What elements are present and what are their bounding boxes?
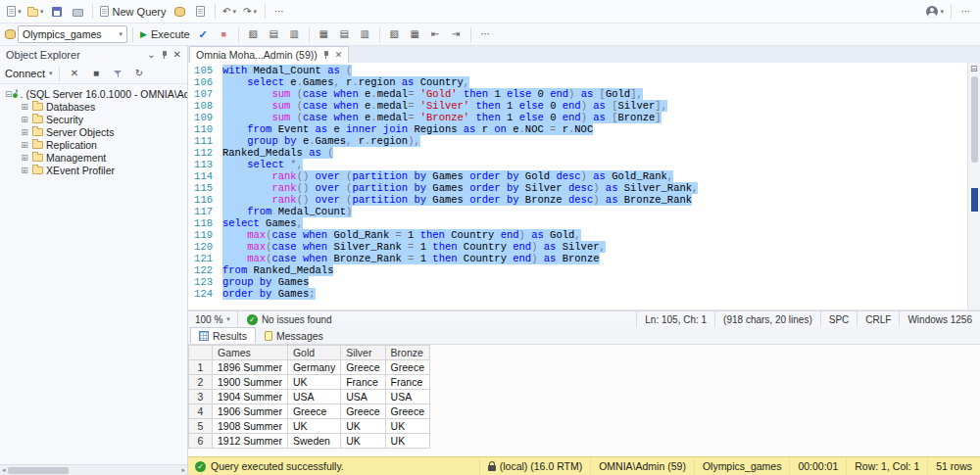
tree-item-server[interactable]: ⊟ . (SQL Server 16.0.1000 - OMNIA\Admin) bbox=[0, 87, 187, 100]
zoom-dropdown[interactable]: 100 % ▾ bbox=[188, 311, 238, 327]
expand-icon[interactable]: ⊞ bbox=[20, 102, 29, 112]
code-line[interactable]: rank() over (partition by Games order by… bbox=[222, 194, 967, 206]
pin-icon[interactable] bbox=[322, 50, 330, 60]
column-header[interactable]: Games bbox=[213, 346, 288, 360]
grid-corner-cell[interactable] bbox=[189, 346, 213, 360]
actual-plan-button[interactable]: ▥ bbox=[285, 25, 304, 44]
tree-item-security[interactable]: ⊞Security bbox=[0, 113, 187, 125]
expand-icon[interactable]: ⊞ bbox=[20, 127, 29, 137]
open-database-query-button[interactable] bbox=[171, 2, 189, 21]
result-cell[interactable]: 1908 Summer bbox=[213, 419, 288, 434]
pin-icon[interactable] bbox=[161, 50, 169, 60]
print-button[interactable] bbox=[69, 2, 87, 21]
row-number[interactable]: 4 bbox=[189, 404, 213, 419]
code-line[interactable]: Ranked_Medals as ( bbox=[222, 147, 967, 159]
editor-status-segment[interactable]: Windows 1256 bbox=[899, 311, 980, 327]
result-cell[interactable]: 1896 Summer bbox=[213, 360, 288, 375]
tree-item-replication[interactable]: ⊞Replication bbox=[0, 138, 187, 151]
code-line[interactable]: group by Games bbox=[222, 276, 967, 288]
editor-status-segment[interactable]: Ln: 105, Ch: 1 bbox=[636, 311, 714, 327]
row-number[interactable]: 6 bbox=[189, 434, 213, 449]
sql-editor[interactable]: 1051061071081091101111121131141151161171… bbox=[188, 63, 980, 310]
result-cell[interactable]: Greece bbox=[341, 404, 385, 419]
object-explorer-hscrollbar[interactable]: ◂ ▸ bbox=[0, 464, 187, 475]
result-cell[interactable]: USA bbox=[287, 390, 340, 404]
refresh-button[interactable]: ↻ bbox=[130, 65, 149, 83]
result-cell[interactable]: Greece bbox=[385, 360, 429, 375]
code-line[interactable]: from Ranked_Medals bbox=[222, 264, 967, 276]
code-line[interactable]: sum (case when e.medal= 'Silver' then 1 … bbox=[222, 100, 967, 112]
uncomment-button[interactable]: ▦ bbox=[406, 25, 424, 44]
result-cell[interactable]: UK bbox=[287, 375, 340, 390]
disconnect-button[interactable]: ✕ bbox=[66, 65, 84, 83]
panel-chevron-down-icon[interactable]: ⌄ bbox=[147, 50, 155, 60]
code-line[interactable]: sum (case when e.medal= 'Gold' then 1 el… bbox=[222, 88, 967, 100]
result-cell[interactable]: 1912 Summer bbox=[213, 434, 288, 449]
result-cell[interactable]: France bbox=[385, 375, 429, 390]
code-line[interactable]: sum (case when e.medal= 'Bronze' then 1 … bbox=[222, 112, 967, 123]
results-to-text-button[interactable]: ▤ bbox=[335, 25, 354, 44]
code-line[interactable]: with Medal_Count as ( bbox=[222, 65, 967, 76]
result-cell[interactable]: USA bbox=[341, 390, 385, 404]
estimated-plan-button[interactable]: ▧ bbox=[244, 25, 263, 44]
editor-status-segment[interactable]: (918 chars, 20 lines) bbox=[714, 311, 820, 327]
expand-icon[interactable]: ⊞ bbox=[20, 166, 29, 175]
account-button[interactable]: ▾ bbox=[924, 2, 946, 21]
save-button[interactable] bbox=[48, 2, 67, 21]
hscroll-thumb[interactable] bbox=[8, 467, 69, 474]
code-line[interactable]: select Games, bbox=[222, 217, 967, 229]
toolbar-overflow-button[interactable]: ⋯ bbox=[270, 2, 289, 21]
row-number[interactable]: 2 bbox=[189, 375, 213, 390]
tab-results[interactable]: Results bbox=[190, 327, 256, 344]
live-query-stats-button[interactable]: ▤ bbox=[265, 25, 283, 44]
code-line[interactable]: rank() over (partition by Games order by… bbox=[222, 182, 967, 194]
result-cell[interactable]: 1904 Summer bbox=[213, 390, 288, 404]
column-header[interactable]: Silver bbox=[341, 346, 385, 360]
column-header[interactable]: Gold bbox=[287, 346, 340, 360]
result-cell[interactable]: Germany bbox=[287, 360, 340, 375]
result-cell[interactable]: UK bbox=[287, 419, 340, 434]
increase-indent-button[interactable]: ⇥ bbox=[447, 25, 466, 44]
results-to-file-button[interactable]: ▥ bbox=[356, 25, 374, 44]
result-cell[interactable]: Greece bbox=[341, 360, 385, 375]
result-cell[interactable]: UK bbox=[385, 434, 429, 449]
open-file-button[interactable]: ▾ bbox=[25, 2, 46, 21]
editor-status-segment[interactable]: SPC bbox=[820, 311, 858, 327]
editor-status-segment[interactable]: CRLF bbox=[857, 311, 899, 327]
result-cell[interactable]: Greece bbox=[385, 404, 429, 419]
filter-button[interactable] bbox=[109, 65, 127, 83]
results-to-grid-button[interactable]: ▦ bbox=[315, 25, 333, 44]
editor-toolbar-overflow-button[interactable]: ⋯ bbox=[476, 25, 495, 44]
code-line[interactable]: select e.Games, r.region as Country, bbox=[222, 76, 967, 88]
comment-button[interactable]: ▧ bbox=[385, 25, 404, 44]
stop-button[interactable]: ■ bbox=[87, 65, 106, 83]
code-line[interactable]: order by Games; bbox=[222, 288, 967, 300]
parse-button[interactable]: ✓ bbox=[194, 25, 213, 44]
code-line[interactable]: max(case when Gold_Rank = 1 then Country… bbox=[222, 229, 967, 241]
tree-item-databases[interactable]: ⊞Databases bbox=[0, 100, 187, 113]
issues-indicator[interactable]: ✓ No issues found bbox=[238, 314, 341, 325]
close-icon[interactable]: ✕ bbox=[335, 50, 343, 60]
close-icon[interactable]: ✕ bbox=[173, 50, 181, 60]
code-line[interactable]: from Event as e inner join Regions as r … bbox=[222, 123, 967, 135]
code-line[interactable]: from Medal_Count) bbox=[222, 206, 967, 217]
code-line[interactable]: group by e.Games, r.region), bbox=[222, 135, 967, 147]
result-cell[interactable]: UK bbox=[385, 419, 429, 434]
code-line[interactable]: max(case when Bronze_Rank = 1 then Count… bbox=[222, 253, 967, 264]
row-number[interactable]: 3 bbox=[189, 390, 213, 404]
result-cell[interactable]: 1906 Summer bbox=[213, 404, 288, 419]
analysis-query-button[interactable] bbox=[191, 2, 210, 21]
new-query-button[interactable]: New Query bbox=[98, 2, 169, 21]
result-cell[interactable]: Greece bbox=[287, 404, 340, 419]
connect-label[interactable]: Connect bbox=[5, 68, 45, 79]
scroll-right-icon[interactable]: ▸ bbox=[181, 466, 185, 474]
collapse-region-icon[interactable]: ⊟ bbox=[970, 64, 978, 73]
code-line[interactable]: rank() over (partition by Games order by… bbox=[222, 170, 967, 182]
tree-item-xevent-profiler[interactable]: ⊞XEvent Profiler bbox=[0, 164, 187, 176]
scroll-left-icon[interactable]: ◂ bbox=[2, 466, 6, 474]
result-cell[interactable]: UK bbox=[341, 434, 385, 449]
new-file-button[interactable]: ▾ bbox=[5, 2, 24, 21]
query-tab[interactable]: Omnia Moha...Admin (59)) ✕ bbox=[189, 46, 349, 63]
redo-button[interactable]: ↷▾ bbox=[241, 2, 260, 21]
cancel-query-button[interactable]: ■ bbox=[215, 25, 233, 44]
